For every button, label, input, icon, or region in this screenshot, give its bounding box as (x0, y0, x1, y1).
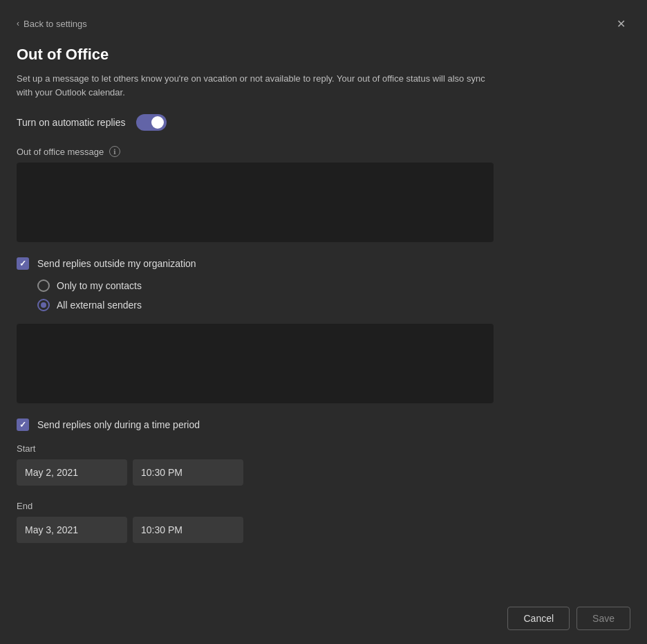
automatic-replies-toggle-row: Turn on automatic replies (17, 114, 630, 131)
only-contacts-radio[interactable] (37, 279, 50, 292)
end-label: End (17, 501, 630, 511)
back-chevron-icon: ‹ (17, 19, 19, 28)
end-section: End (17, 501, 630, 547)
time-period-label: Send replies only during a time period (37, 419, 200, 430)
external-senders-radio-group: Only to my contacts All external senders (37, 279, 630, 311)
end-time-input[interactable] (133, 517, 243, 543)
send-outside-row: ✓ Send replies outside my organization (17, 257, 630, 270)
start-date-time-row (17, 459, 630, 486)
cancel-button[interactable]: Cancel (507, 607, 570, 630)
check-icon: ✓ (19, 259, 26, 268)
time-period-check-icon: ✓ (19, 420, 26, 430)
page-title: Out of Office (17, 46, 630, 64)
start-label: Start (17, 443, 630, 454)
send-outside-checkbox[interactable]: ✓ (17, 257, 29, 270)
close-button[interactable]: ✕ (611, 14, 630, 33)
start-section: Start (17, 443, 630, 490)
only-contacts-label: Only to my contacts (57, 280, 142, 291)
out-of-office-message-input[interactable] (17, 163, 494, 242)
automatic-replies-toggle[interactable] (136, 114, 167, 131)
save-button[interactable]: Save (576, 607, 630, 630)
all-external-radio[interactable] (37, 299, 50, 311)
time-period-checkbox[interactable]: ✓ (17, 418, 29, 431)
all-external-radio-row[interactable]: All external senders (37, 299, 630, 311)
page-description: Set up a message to let others know you'… (17, 72, 500, 99)
toggle-track (136, 114, 167, 131)
start-date-input[interactable] (17, 459, 127, 486)
footer-buttons: Cancel Save (17, 593, 630, 630)
end-date-time-row (17, 517, 630, 543)
all-external-label: All external senders (57, 300, 142, 311)
back-to-settings-link[interactable]: ‹ Back to settings (17, 19, 87, 29)
only-contacts-radio-row[interactable]: Only to my contacts (37, 279, 630, 292)
out-of-office-message-label-row: Out of office message ℹ (17, 146, 630, 157)
radio-selected-indicator (41, 302, 46, 308)
external-message-input[interactable] (17, 324, 494, 403)
send-outside-label: Send replies outside my organization (37, 258, 196, 269)
out-of-office-message-label: Out of office message (17, 147, 104, 157)
time-period-row: ✓ Send replies only during a time period (17, 418, 630, 431)
header-nav: ‹ Back to settings ✕ (17, 14, 630, 33)
out-of-office-panel: ‹ Back to settings ✕ Out of Office Set u… (0, 0, 647, 644)
info-icon[interactable]: ℹ (109, 146, 120, 157)
end-date-input[interactable] (17, 517, 127, 543)
close-icon: ✕ (617, 17, 626, 30)
start-time-input[interactable] (133, 459, 243, 486)
back-label: Back to settings (24, 19, 87, 29)
toggle-label: Turn on automatic replies (17, 117, 125, 128)
toggle-thumb (151, 116, 164, 129)
